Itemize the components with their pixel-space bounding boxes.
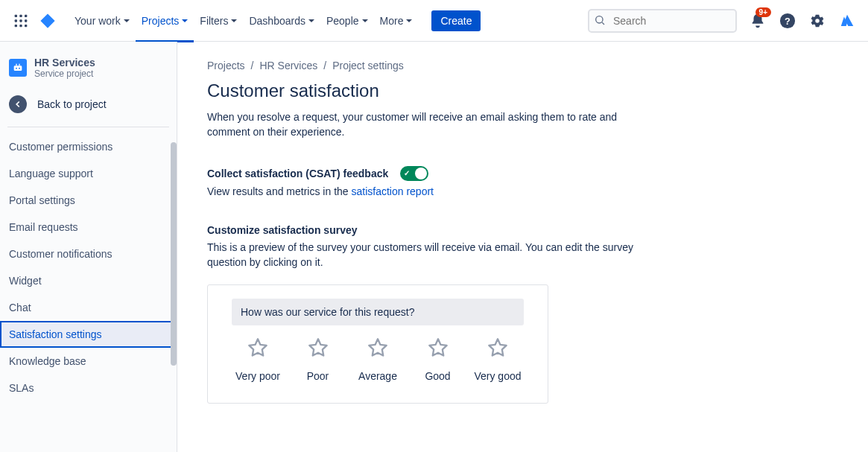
nav-label: Your work [75, 15, 121, 27]
search-box [588, 9, 737, 33]
nav-item-people[interactable]: People [320, 9, 374, 33]
sidebar-item-satisfaction-settings[interactable]: Satisfaction settings [0, 321, 177, 348]
customize-heading: Customize satisfaction survey [207, 224, 838, 236]
rating-option[interactable]: Very good [472, 337, 524, 382]
rating-label: Poor [307, 370, 329, 382]
chevron-down-icon [124, 19, 130, 22]
search-icon [594, 14, 606, 29]
notifications-badge: 9+ [755, 7, 771, 17]
breadcrumb-item[interactable]: HR Services [259, 60, 317, 71]
results-prefix: View results and metrics in the [207, 185, 352, 197]
rating-label: Very poor [235, 370, 280, 382]
sidebar-item-customer-permissions[interactable]: Customer permissions [0, 133, 177, 160]
nav-label: Filters [200, 15, 228, 27]
project-avatar-icon [9, 59, 27, 77]
nav-item-projects[interactable]: Projects [136, 9, 194, 33]
sidebar-scrollbar[interactable] [171, 142, 177, 366]
svg-rect-7 [19, 25, 22, 27]
survey-preview: How was our service for this request? Ve… [207, 284, 548, 404]
breadcrumb-item[interactable]: Projects [207, 60, 245, 71]
svg-rect-6 [15, 25, 17, 27]
svg-text:?: ? [785, 15, 791, 26]
topbar: Your workProjectsFiltersDashboardsPeople… [0, 0, 868, 42]
rating-option[interactable]: Poor [292, 337, 344, 382]
jira-logo-icon[interactable] [36, 9, 60, 33]
breadcrumb-item[interactable]: Project settings [332, 60, 404, 71]
nav-items: Your workProjectsFiltersDashboardsPeople… [69, 9, 418, 33]
svg-rect-5 [25, 19, 27, 22]
svg-marker-18 [249, 340, 266, 356]
svg-marker-21 [429, 340, 446, 356]
svg-rect-0 [15, 14, 17, 16]
sidebar-item-widget[interactable]: Widget [0, 267, 177, 294]
nav-label: More [380, 15, 404, 27]
svg-rect-2 [25, 14, 27, 16]
nav-item-filters[interactable]: Filters [194, 9, 243, 33]
customize-description: This is a preview of the survey your cus… [207, 241, 662, 270]
star-icon [487, 337, 508, 361]
app-switcher-icon[interactable] [9, 9, 33, 33]
sidebar-item-knowledge-base[interactable]: Knowledge base [0, 348, 177, 375]
nav-item-dashboards[interactable]: Dashboards [243, 9, 320, 33]
rating-option[interactable]: Good [412, 337, 464, 382]
project-header: HR Services Service project [0, 42, 177, 88]
chevron-down-icon [406, 19, 412, 22]
breadcrumb: Projects / HR Services / Project setting… [207, 60, 838, 71]
settings-icon[interactable] [805, 9, 829, 33]
page-description: When you resolve a request, your custome… [207, 110, 654, 139]
project-type: Service project [34, 69, 95, 79]
svg-rect-4 [19, 19, 22, 22]
sidebar-item-language-support[interactable]: Language support [0, 160, 177, 187]
page-title: Customer satisfaction [207, 80, 838, 101]
back-label: Back to project [37, 98, 107, 110]
nav-label: People [326, 15, 359, 27]
star-icon [428, 337, 449, 361]
rating-option[interactable]: Very poor [232, 337, 284, 382]
svg-point-14 [16, 68, 17, 69]
svg-point-15 [19, 68, 20, 69]
svg-rect-8 [25, 25, 27, 27]
svg-rect-13 [14, 66, 22, 71]
main-content: Projects / HR Services / Project setting… [177, 42, 868, 452]
atlassian-icon[interactable] [835, 9, 859, 33]
chevron-down-icon [362, 19, 368, 22]
back-arrow-icon [9, 95, 27, 113]
svg-rect-17 [19, 64, 19, 66]
star-icon [308, 337, 329, 361]
sidebar-item-portal-settings[interactable]: Portal settings [0, 187, 177, 214]
svg-line-10 [602, 22, 604, 25]
survey-question-input[interactable]: How was our service for this request? [232, 299, 524, 325]
create-button[interactable]: Create [431, 10, 481, 31]
sidebar-item-chat[interactable]: Chat [0, 294, 177, 321]
check-icon: ✓ [404, 170, 410, 177]
rating-label: Average [358, 370, 397, 382]
svg-marker-22 [489, 340, 506, 356]
chevron-down-icon [308, 19, 314, 22]
chevron-down-icon [182, 19, 188, 22]
rating-option[interactable]: Average [352, 337, 404, 382]
help-icon[interactable]: ? [776, 9, 799, 33]
nav-item-your-work[interactable]: Your work [69, 9, 136, 33]
star-icon [367, 337, 388, 361]
notifications-icon[interactable]: 9+ [746, 9, 770, 33]
svg-rect-16 [16, 64, 16, 66]
csat-toggle[interactable]: ✓ [400, 166, 428, 181]
nav-item-more[interactable]: More [374, 9, 419, 33]
svg-rect-3 [15, 19, 17, 22]
project-name: HR Services [34, 57, 95, 69]
sidebar-item-customer-notifications[interactable]: Customer notifications [0, 241, 177, 267]
nav-label: Projects [142, 15, 180, 27]
search-input[interactable] [588, 9, 737, 33]
svg-rect-1 [19, 14, 22, 16]
star-icon [247, 337, 268, 361]
sidebar-item-email-requests[interactable]: Email requests [0, 214, 177, 241]
back-to-project[interactable]: Back to project [0, 88, 177, 121]
svg-marker-20 [369, 340, 386, 356]
sidebar-item-slas[interactable]: SLAs [0, 375, 177, 401]
svg-marker-19 [309, 340, 326, 356]
csat-label: Collect satisfaction (CSAT) feedback [207, 168, 388, 179]
rating-label: Good [425, 370, 450, 382]
satisfaction-report-link[interactable]: satisfaction report [352, 185, 434, 197]
sidebar: HR Services Service project Back to proj… [0, 42, 177, 452]
rating-label: Very good [474, 370, 521, 382]
